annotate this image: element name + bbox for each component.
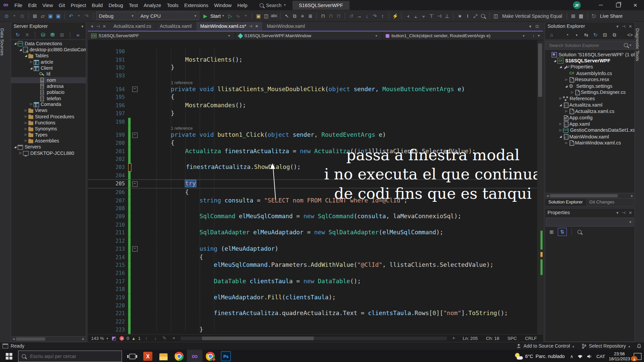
new-project-icon[interactable]: ⊞	[32, 12, 38, 19]
solution-explorer-item-resources-resx[interactable]: ▷Resources.resx	[545, 76, 635, 83]
server-explorer-item-desktop-jccl880-gestiocoma[interactable]: ◢desktop-jccl880.GestioComa	[11, 47, 86, 53]
grid-icon[interactable]: ⊞	[570, 12, 577, 19]
server-explorer-item-assemblies[interactable]: ▷Assemblies	[11, 138, 86, 144]
volume-icon[interactable]	[587, 354, 593, 358]
tab-actualitza-xaml-cs[interactable]: Actualitza.xaml.cs	[109, 22, 156, 31]
breakpoint-gutter[interactable]	[88, 163, 110, 171]
server-explorer-item-servers[interactable]: ◢Servers	[11, 144, 86, 150]
server-explorer-item-client[interactable]: ◢Client	[11, 65, 86, 71]
vertical-spacing-icon[interactable]: ◫	[493, 12, 499, 19]
next-bookmark-icon[interactable]: ⊓	[335, 12, 342, 19]
breakpoint-gutter[interactable]	[88, 204, 110, 213]
properties-object-dropdown[interactable]: ▾	[546, 218, 634, 227]
codelens-references[interactable]: 1 reference	[171, 80, 193, 85]
solution-explorer-item-references[interactable]: ▷References	[545, 96, 635, 102]
server-explorer-item-stored-procedures[interactable]: ▷Stored Procedures	[11, 114, 86, 120]
breakpoint-gutter[interactable]	[88, 261, 110, 269]
network-icon[interactable]	[577, 354, 583, 358]
clock[interactable]: 23:56 18/11/2023	[609, 351, 630, 361]
chevron-down-icon[interactable]: ▾	[538, 34, 540, 38]
zoom-icon[interactable]	[480, 12, 487, 19]
save-icon[interactable]: ▣	[47, 12, 54, 19]
chrome-alt-icon[interactable]	[203, 350, 218, 362]
breakpoint-gutter[interactable]	[88, 237, 110, 245]
navigate-back-icon[interactable]: ⊙	[3, 12, 10, 19]
height-icon[interactable]: Ⅰ	[464, 12, 471, 19]
breakpoint-gutter[interactable]	[88, 118, 110, 126]
pin-icon[interactable]: ⊣	[622, 210, 626, 215]
collapse-icon[interactable]: −	[132, 132, 138, 138]
chevron-down-icon[interactable]: ▾	[81, 24, 83, 28]
minimize-button[interactable]	[592, 0, 609, 10]
code-editor[interactable]: 190191 MostraClients();192 }1931 referen…	[88, 40, 543, 334]
breakpoint-gutter[interactable]	[88, 171, 110, 179]
navigate-forward-icon[interactable]: ⊙	[19, 12, 25, 19]
tool-tab-git-changes[interactable]: Git Changes	[586, 199, 618, 206]
server-explorer-item-functions[interactable]: ▷Functions	[11, 120, 86, 126]
breakpoint-gutter[interactable]	[88, 221, 110, 229]
add-to-source-control-button[interactable]: Add to Source Control	[524, 344, 570, 349]
breakpoint-gutter[interactable]	[88, 245, 110, 253]
menu-test[interactable]: Test	[126, 1, 141, 9]
editor-vscrollbar[interactable]	[537, 40, 543, 334]
notification-center-icon[interactable]: 1	[634, 353, 641, 360]
server-explorer-item-id[interactable]: Id	[11, 71, 86, 77]
data-sources-tab[interactable]: Data Sources	[0, 24, 5, 60]
chevron-down-icon[interactable]: ▾	[91, 24, 93, 28]
breakpoint-gutter[interactable]	[88, 64, 110, 72]
alphabetical-sort-icon[interactable]: ⇅	[558, 228, 567, 236]
tab-actualitza-xaml[interactable]: Actualitza.xaml	[156, 22, 196, 31]
collapse-icon[interactable]: −	[132, 86, 138, 92]
outdent-icon[interactable]: ≣	[307, 12, 314, 19]
platform-dropdown[interactable]: Any CPU▾	[138, 11, 199, 20]
breakpoint-gutter[interactable]	[88, 334, 110, 334]
pin-icon[interactable]: ⊣	[249, 24, 252, 28]
solution-explorer-item-s16sqlserverwpf[interactable]: ◢S16SQLServerWPF	[545, 58, 635, 64]
menu-project[interactable]: Project	[68, 1, 89, 9]
breakpoint-gutter[interactable]	[88, 269, 110, 277]
size-icon[interactable]: ∗	[457, 12, 463, 19]
server-explorer-item-adressa[interactable]: adressa	[11, 83, 86, 89]
edit-icon[interactable]: ✎	[161, 335, 168, 342]
step-into-icon[interactable]: ↓	[364, 12, 370, 19]
server-explorer-item-desktop-jccl880[interactable]: ▷DESKTOP-JCCL880	[11, 150, 86, 156]
collapse-icon[interactable]: −	[132, 246, 138, 252]
search-button[interactable]: Search ▾	[259, 2, 285, 8]
connect-server-icon[interactable]: ⛃	[49, 31, 56, 39]
align-left-icon[interactable]: ⫞	[405, 12, 412, 19]
chevron-down-icon[interactable]: ▾	[75, 12, 82, 19]
breakpoint-gutter[interactable]	[88, 48, 110, 56]
menu-tools[interactable]: Tools	[164, 1, 181, 9]
close-icon[interactable]: ✕	[103, 24, 106, 28]
collapse-icon[interactable]: −	[132, 181, 138, 187]
history-icon[interactable]: ↺	[348, 12, 355, 19]
breakpoint-gutter[interactable]	[88, 131, 110, 139]
hot-reload-icon[interactable]: ∿	[235, 12, 241, 19]
server-explorer-item-telefon[interactable]: telefon	[11, 95, 86, 101]
layout-icon[interactable]	[2, 344, 8, 349]
code-folder-icon[interactable]: ▣	[255, 12, 262, 19]
go-to-icon[interactable]: →	[356, 12, 363, 19]
solution-search[interactable]: ▾	[545, 41, 634, 50]
breakpoint-gutter[interactable]	[88, 110, 110, 118]
start-button[interactable]	[0, 350, 18, 362]
chevron-down-icon[interactable]: ▾	[573, 31, 580, 39]
tool-tab-solution-explorer[interactable]: Solution Explorer	[545, 199, 586, 206]
redo-icon[interactable]: ↷	[84, 12, 90, 19]
diagnostic-tools-tab[interactable]: Diagnostic Tools	[635, 24, 640, 65]
zoom-level[interactable]: 143 %	[91, 336, 104, 341]
server-explorer-item-tables[interactable]: ◢Tables	[11, 53, 86, 59]
breakpoint-gutter[interactable]	[88, 180, 110, 188]
taskbar-search[interactable]	[18, 351, 122, 362]
close-button[interactable]: ✕	[627, 0, 644, 10]
breakpoint-gutter[interactable]	[88, 229, 110, 237]
menu-file[interactable]: File	[11, 1, 25, 9]
menu-analyze[interactable]: Analyze	[141, 1, 164, 9]
close-icon[interactable]: ✕	[255, 24, 258, 28]
start-without-debug-icon[interactable]: ▷	[227, 12, 233, 19]
live-share-button[interactable]: Live Share	[598, 13, 624, 18]
tab-mainwindow-xaml-cs[interactable]: MainWindow.xaml.cs*⊣✕	[196, 22, 263, 31]
server-explorer-hscrollbar[interactable]: ◀ ▶	[11, 336, 86, 342]
active-files-icon[interactable]: ▾	[529, 24, 531, 28]
server-explorer-item-poblacio[interactable]: poblacio	[11, 89, 86, 95]
